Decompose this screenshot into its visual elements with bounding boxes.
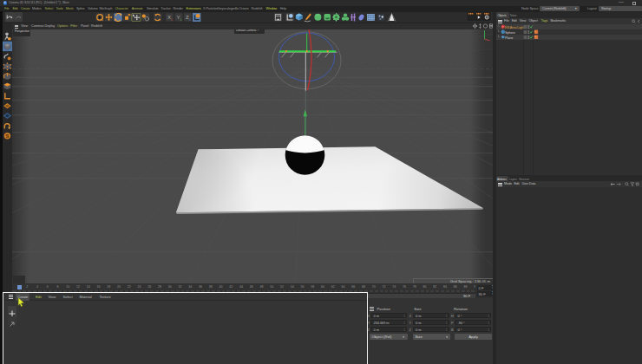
svg-text:S: S xyxy=(5,133,9,139)
svg-text:L: L xyxy=(189,18,191,22)
svg-text:L: L xyxy=(180,18,181,22)
svg-text:L: L xyxy=(171,18,173,22)
